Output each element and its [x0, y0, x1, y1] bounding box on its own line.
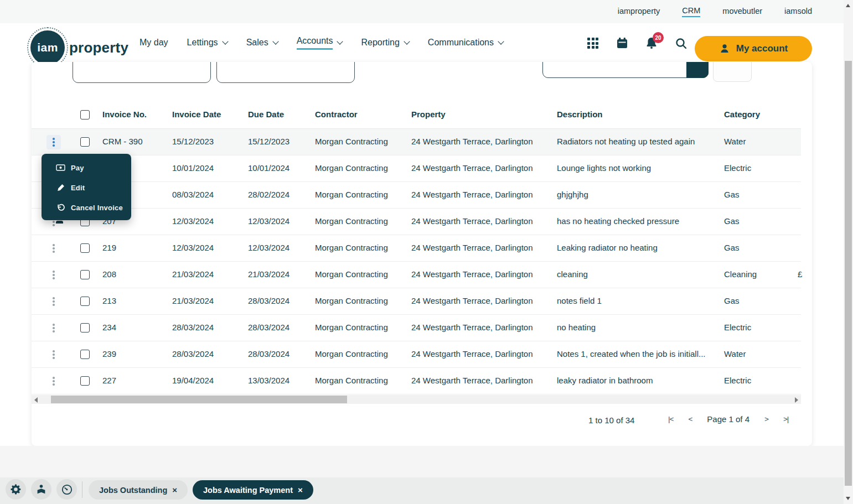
row-checkbox[interactable]	[80, 376, 90, 386]
scroll-right-arrow-icon[interactable]	[795, 397, 798, 403]
page-background	[0, 446, 853, 477]
scroll-down-arrow-icon[interactable]	[846, 497, 850, 500]
primary-nav: My day Lettings Sales Accounts Reporting…	[139, 23, 503, 63]
table-search-button[interactable]	[686, 62, 709, 78]
my-account-button[interactable]: My account	[695, 36, 812, 61]
invoices-card: All All Invoice No. Invoice Date Due Dat…	[32, 62, 812, 446]
scroll-left-arrow-icon[interactable]	[34, 397, 38, 403]
row-checkbox[interactable]	[80, 323, 90, 332]
table-search-input[interactable]	[542, 62, 709, 78]
table-row[interactable]: 207 12/03/2024 12/03/2024 Morgan Contrac…	[32, 209, 801, 235]
row-checkbox[interactable]	[80, 270, 90, 279]
row-kebab-menu-icon[interactable]	[46, 374, 61, 388]
banknote-icon	[56, 164, 65, 171]
header-contractor: Contractor	[315, 110, 358, 119]
next-page-button[interactable]: >	[764, 415, 768, 423]
header-description: Description	[557, 110, 603, 119]
row-kebab-menu-icon[interactable]	[46, 321, 61, 335]
table-row[interactable]: 239 28/03/2024 28/03/2024 Morgan Contrac…	[32, 341, 801, 368]
nav-sales[interactable]: Sales	[246, 38, 278, 49]
row-checkbox[interactable]	[80, 137, 90, 147]
vertical-scrollbar-thumb[interactable]	[845, 61, 852, 486]
pagination-controls: |< < Page 1 of 4 > >|	[668, 414, 788, 424]
row-kebab-menu-icon[interactable]	[46, 268, 61, 282]
nav-reporting[interactable]: Reporting	[361, 38, 409, 49]
select-all-checkbox[interactable]	[80, 110, 90, 119]
undo-icon	[56, 204, 65, 212]
scroll-up-arrow-icon[interactable]	[846, 4, 850, 7]
training-icon[interactable]	[31, 479, 51, 500]
row-kebab-menu-icon[interactable]	[46, 135, 61, 149]
row-kebab-menu-icon[interactable]	[46, 347, 61, 362]
filter-dropdown-1[interactable]: All	[73, 62, 211, 83]
gear-icon[interactable]	[6, 479, 26, 500]
row-kebab-menu-icon[interactable]	[46, 294, 61, 309]
row-checkbox[interactable]	[80, 243, 90, 253]
header-due-date: Due Date	[248, 110, 284, 119]
apps-grid-icon[interactable]	[586, 36, 600, 50]
secondary-action-button[interactable]	[713, 62, 752, 82]
header-invoice-date: Invoice Date	[172, 110, 221, 119]
link-iamsold[interactable]: iamsold	[784, 7, 812, 17]
link-movebutler[interactable]: movebutler	[722, 7, 762, 17]
menu-item-edit[interactable]: Edit	[42, 178, 131, 198]
horizontal-scrollbar[interactable]	[32, 395, 801, 404]
chip-jobs-outstanding[interactable]: Jobs Outstanding ×	[89, 480, 188, 500]
filters-strip: All All	[32, 62, 812, 83]
table-body: CRM - 390 15/12/2023 15/12/2023 Morgan C…	[32, 129, 801, 394]
header-category: Category	[724, 110, 760, 119]
last-page-button[interactable]: >|	[783, 415, 788, 423]
filter-dropdown-2[interactable]: All	[216, 62, 355, 83]
chevron-down-icon	[337, 38, 343, 44]
chip-jobs-awaiting-payment[interactable]: Jobs Awaiting Payment ×	[193, 480, 313, 500]
main-header: iam property My day Lettings Sales Accou…	[0, 23, 844, 63]
bell-icon[interactable]: 20	[644, 36, 659, 50]
close-icon[interactable]: ×	[172, 485, 177, 495]
table-row[interactable]: 10/01/2024 10/01/2024 Morgan Contracting…	[32, 155, 801, 182]
product-switcher-bar: iamproperty CRM movebutler iamsold	[0, 0, 844, 23]
vertical-scrollbar[interactable]	[844, 0, 853, 504]
menu-item-cancel-invoice[interactable]: Cancel Invoice	[42, 198, 131, 217]
chevron-down-icon	[498, 38, 504, 44]
notification-count-badge: 20	[653, 32, 664, 43]
crm-invoices-screen: iamproperty CRM movebutler iamsold iam p…	[0, 0, 853, 504]
prev-page-button[interactable]: <	[688, 415, 692, 423]
chevron-down-icon	[404, 38, 410, 44]
nav-accounts[interactable]: Accounts	[297, 36, 343, 51]
person-icon	[719, 43, 730, 54]
table-row[interactable]: 08/03/2024 28/02/2024 Morgan Contracting…	[32, 182, 801, 209]
row-checkbox[interactable]	[80, 350, 90, 359]
table-row[interactable]: 234 28/03/2024 28/03/2024 Morgan Contrac…	[32, 315, 801, 341]
search-icon[interactable]	[674, 36, 688, 50]
bottom-bar: Jobs Outstanding × Jobs Awaiting Payment…	[0, 477, 853, 504]
pagination-summary: 1 to 10 of 34	[588, 415, 634, 425]
dashboard-gauge-icon[interactable]	[56, 479, 77, 500]
iamproperty-logo[interactable]: iam property	[30, 30, 128, 65]
nav-lettings[interactable]: Lettings	[187, 38, 228, 49]
calendar-icon[interactable]	[615, 36, 629, 50]
horizontal-scrollbar-thumb[interactable]	[51, 396, 347, 403]
pen-icon	[56, 184, 65, 191]
header-invoice-no: Invoice No.	[102, 110, 147, 119]
logo-wordmark: property	[69, 39, 128, 56]
nav-communications[interactable]: Communications	[428, 38, 503, 49]
link-crm[interactable]: CRM	[682, 6, 700, 17]
product-links: iamproperty CRM movebutler iamsold	[618, 0, 812, 23]
menu-item-partial-icon	[56, 221, 63, 224]
row-kebab-menu-icon[interactable]	[46, 241, 61, 256]
my-account-label: My account	[736, 43, 788, 54]
first-page-button[interactable]: |<	[668, 415, 673, 423]
menu-item-pay[interactable]: Pay	[42, 158, 131, 178]
table-row[interactable]: 219 12/03/2024 12/03/2024 Morgan Contrac…	[32, 235, 801, 262]
table-row[interactable]: 227 19/04/2024 13/03/2024 Morgan Contrac…	[32, 368, 801, 394]
close-icon[interactable]: ×	[298, 485, 303, 495]
logo-iam-text: iam	[37, 41, 58, 54]
table-row[interactable]: CRM - 390 15/12/2023 15/12/2023 Morgan C…	[32, 129, 801, 155]
link-iamproperty[interactable]: iamproperty	[618, 7, 660, 17]
row-checkbox[interactable]	[80, 297, 90, 306]
header-icon-cluster: 20	[586, 23, 688, 63]
nav-my-day[interactable]: My day	[139, 38, 168, 49]
table-row[interactable]: 213 21/03/2024 28/03/2024 Morgan Contrac…	[32, 288, 801, 315]
table-row[interactable]: 208 21/03/2024 21/03/2024 Morgan Contrac…	[32, 262, 801, 288]
amount-fragment: £	[798, 269, 802, 279]
